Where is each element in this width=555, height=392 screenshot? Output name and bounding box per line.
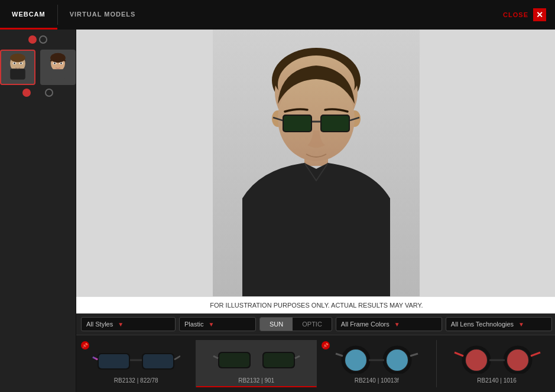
top-bar: WEBCAM VIRTUAL MODELS CLOSE ✕ [0,0,555,30]
svg-point-52 [387,349,408,371]
svg-line-43 [295,356,300,358]
svg-rect-44 [219,353,249,367]
male-radio[interactable] [22,89,31,97]
thumbnails-section: 📌 [76,335,555,392]
disclaimer-text: FOR ILLUSTRATION PURPOSES ONLY. ACTUAL R… [76,296,555,313]
svg-line-57 [531,352,540,356]
style-filter[interactable]: All Styles ▼ [81,317,176,331]
svg-point-6 [20,62,22,64]
svg-point-12 [54,62,56,64]
main-layout: FOR ILLUSTRATION PURPOSES ONLY. ACTUAL R… [0,30,555,392]
center-panel: FOR ILLUSTRATION PURPOSES ONLY. ACTUAL R… [76,30,555,392]
svg-point-58 [466,349,487,371]
thumb-label-4: RB2140 | 1016 [477,377,517,384]
model-preview-image [213,30,420,296]
sun-btn[interactable]: SUN [260,318,293,331]
lens-tech-arrow: ▼ [518,321,524,328]
filter-row: All Styles ▼ Plastic ▼ SUN OPTIC All Fra… [76,313,555,335]
thumb-rb2132-901[interactable]: RB2132 | 901 [196,340,316,387]
thumb-rb2140-1016[interactable]: RB2140 | 1016 [437,340,555,387]
svg-line-42 [213,356,218,358]
svg-point-59 [507,349,528,371]
left-panel [0,30,76,392]
thumb-label-3: RB2140 | 10013f [355,377,399,384]
lens-tech-filter[interactable]: All Lens Technologies ▼ [446,317,552,331]
virtual-radio[interactable] [39,35,47,44]
webcam-radio[interactable] [28,35,37,44]
close-button[interactable]: CLOSE ✕ [494,0,555,30]
female-radio[interactable] [45,89,53,97]
male-model-thumb[interactable] [0,50,35,85]
pin-icon-3: 📌 [322,341,330,349]
sun-optic-toggle: SUN OPTIC [259,317,332,331]
model-thumbnails-row [0,50,76,85]
thumb-rb2132-822[interactable]: 📌 [76,340,196,387]
tab-webcam[interactable]: WEBCAM [0,0,57,30]
material-filter-arrow: ▼ [208,321,214,328]
thumb-img-3 [329,342,424,375]
male-face-icon [3,51,33,84]
preview-area [76,30,555,296]
svg-point-5 [14,62,15,64]
svg-point-51 [345,349,366,371]
optic-btn[interactable]: OPTIC [293,318,332,331]
frame-color-filter[interactable]: All Frame Colors ▼ [336,317,442,331]
thumb-label-1: RB2132 | 822/78 [114,377,158,384]
svg-rect-1 [10,68,25,79]
svg-rect-29 [322,116,349,131]
svg-rect-28 [284,116,311,131]
svg-line-49 [336,354,343,356]
style-filter-arrow: ▼ [118,321,124,328]
svg-line-56 [455,352,463,356]
close-x-icon: ✕ [533,8,546,21]
thumb-img-1 [89,342,183,375]
frame-color-arrow: ▼ [394,321,400,328]
thumb-label-2: RB2132 | 901 [238,377,274,384]
svg-rect-45 [264,353,294,367]
thumb-img-2 [209,342,304,375]
female-model-thumb[interactable] [40,50,76,85]
thumb-rb2140-10013f[interactable]: 📌 RB2140 | 10013f [317,340,437,387]
svg-rect-36 [143,354,173,368]
model-select-row [22,89,53,97]
svg-line-50 [410,354,418,356]
model-selection-radios [28,35,47,44]
tab-virtual-models[interactable]: VIRTUAL MODELS [58,0,148,30]
female-face-icon [43,51,73,84]
thumb-img-4 [450,342,544,375]
svg-point-2 [10,53,25,62]
svg-rect-8 [51,69,65,80]
material-filter[interactable]: Plastic ▼ [179,317,256,331]
thumbnails-row: 📌 [76,340,555,387]
svg-rect-35 [99,354,129,368]
pin-icon-1: 📌 [81,341,89,349]
svg-point-13 [60,62,62,64]
